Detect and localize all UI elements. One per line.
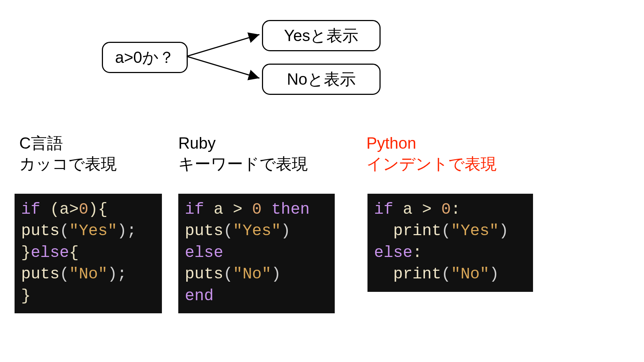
py-l4-indent — [374, 265, 393, 283]
ruby-kw-then: then — [271, 200, 310, 218]
py-l1-colon: : — [451, 200, 460, 218]
flow-condition-box: a>0か？ — [102, 42, 188, 73]
flow-no-box: Noと表示 — [262, 64, 381, 95]
ruby-l2-str: "Yes" — [233, 222, 281, 240]
ruby-l1-sp — [262, 200, 271, 218]
c-label: C言語 カッコで表現 — [19, 133, 117, 174]
py-l1-mid: a > — [393, 200, 441, 218]
flow-yes-box: Yesと表示 — [262, 20, 381, 51]
ruby-l2-p2: ) — [281, 222, 290, 240]
py-l3-colon: : — [413, 244, 422, 262]
ruby-code: if a > 0 then puts("Yes") else puts("No"… — [178, 194, 335, 313]
c-l1-rest: (a> — [40, 200, 79, 218]
c-l2-p2: ); — [117, 222, 136, 240]
c-kw-if: if — [21, 200, 40, 218]
py-l4-str: "No" — [451, 265, 489, 283]
svg-line-0 — [187, 35, 259, 56]
ruby-label: Ruby キーワードで表現 — [178, 133, 308, 174]
py-l4-p1: ( — [441, 265, 451, 283]
ruby-l4-str: "No" — [233, 265, 271, 283]
flow-no-text: Noと表示 — [287, 69, 355, 90]
c-l1-brace: ){ — [88, 200, 108, 218]
python-code: if a > 0: print("Yes") else: print("No") — [367, 194, 533, 292]
c-l3-post: { — [69, 244, 79, 262]
c-l5: } — [21, 287, 31, 305]
py-l2-fn: print — [393, 222, 441, 240]
ruby-subtitle: キーワードで表現 — [178, 153, 308, 174]
c-l1-num: 0 — [79, 200, 88, 218]
c-l2-p1: ( — [60, 222, 69, 240]
py-kw-if: if — [374, 200, 393, 218]
c-l4-p2: ); — [108, 265, 127, 283]
c-l4-str: "No" — [69, 265, 108, 283]
c-l4-fn: puts — [21, 265, 60, 283]
ruby-kw-else: else — [185, 244, 223, 262]
py-l2-p1: ( — [441, 222, 451, 240]
ruby-l2-fn: puts — [185, 222, 223, 240]
py-kw-else: else — [374, 244, 413, 262]
ruby-title: Ruby — [178, 133, 308, 153]
svg-line-1 — [187, 56, 259, 78]
c-l3-pre: } — [21, 244, 31, 262]
python-title: Python — [366, 133, 497, 153]
c-title: C言語 — [19, 133, 117, 153]
ruby-l2-p1: ( — [223, 222, 233, 240]
c-code: if (a>0){ puts("Yes"); }else{ puts("No")… — [15, 194, 162, 313]
c-l2-str: "Yes" — [69, 222, 117, 240]
c-l4-p1: ( — [60, 265, 69, 283]
ruby-kw-end: end — [185, 287, 214, 305]
c-l2-fn: puts — [21, 222, 60, 240]
ruby-l4-fn: puts — [185, 265, 223, 283]
python-label: Python インデントで表現 — [366, 133, 497, 174]
ruby-l4-p2: ) — [271, 265, 281, 283]
py-l4-p2: ) — [489, 265, 499, 283]
py-l2-indent — [374, 222, 393, 240]
flow-condition-text: a>0か？ — [115, 47, 175, 68]
ruby-kw-if: if — [185, 200, 204, 218]
py-l4-fn: print — [393, 265, 441, 283]
python-subtitle: インデントで表現 — [366, 153, 497, 174]
ruby-l1-num: 0 — [252, 200, 262, 218]
c-subtitle: カッコで表現 — [19, 153, 117, 174]
py-l1-num: 0 — [441, 200, 451, 218]
c-kw-else: else — [31, 244, 69, 262]
ruby-l1-mid: a > — [204, 200, 252, 218]
py-l2-str: "Yes" — [451, 222, 499, 240]
flow-yes-text: Yesと表示 — [284, 25, 359, 47]
ruby-l4-p1: ( — [223, 265, 233, 283]
py-l2-p2: ) — [499, 222, 508, 240]
